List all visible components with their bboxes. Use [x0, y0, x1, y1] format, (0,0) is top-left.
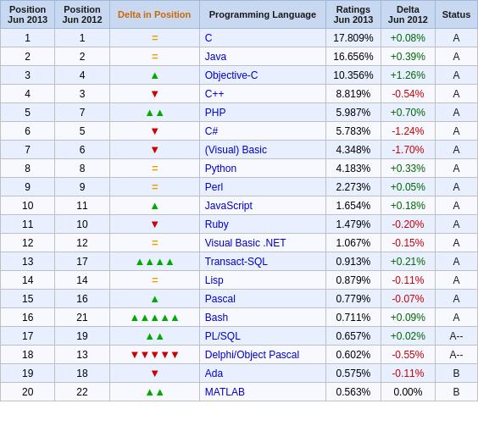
down-arrow-icon: ▼: [149, 143, 159, 156]
tiobe-table: PositionJun 2013PositionJun 2012Delta in…: [0, 0, 478, 401]
status: A: [436, 196, 478, 215]
status: A: [436, 290, 478, 308]
language-name: Python: [199, 159, 325, 178]
language-name: PHP: [199, 103, 325, 122]
delta-pos: ▲▲: [109, 383, 199, 401]
rating: 4.348%: [326, 141, 381, 159]
pos-2012: 3: [55, 85, 109, 103]
col-header-2: Delta in Position: [109, 1, 199, 29]
table-row: 1918▼Ada0.575%-0.11%B: [1, 364, 478, 383]
delta-rating: +0.05%: [381, 178, 435, 196]
language-name: Ruby: [199, 215, 325, 234]
pos-2013: 13: [1, 252, 55, 271]
table-row: 57▲▲PHP5.987%+0.70%A: [1, 103, 478, 122]
delta-pos: =: [109, 178, 199, 196]
delta-pos: ▲▲: [109, 103, 199, 122]
table-row: 1719▲▲PL/SQL0.657%+0.02%A--: [1, 327, 478, 346]
delta-pos: ▼: [109, 122, 199, 141]
delta-rating: -0.15%: [381, 234, 435, 252]
pos-2012: 14: [55, 271, 109, 290]
language-name: Delphi/Object Pascal: [199, 346, 325, 364]
pos-2012: 21: [55, 308, 109, 327]
status: A: [436, 66, 478, 85]
up-arrow-icon: ▲: [149, 292, 159, 305]
delta-pos: ▲: [109, 66, 199, 85]
delta-rating: -0.20%: [381, 215, 435, 234]
language-name: PL/SQL: [199, 327, 325, 346]
status: A: [436, 29, 478, 47]
rating: 10.356%: [326, 66, 381, 85]
pos-2013: 17: [1, 327, 55, 346]
status: A: [436, 141, 478, 159]
pos-2013: 8: [1, 159, 55, 178]
rating: 17.809%: [326, 29, 381, 47]
rating: 16.656%: [326, 47, 381, 66]
language-name: C++: [199, 85, 325, 103]
pos-2013: 5: [1, 103, 55, 122]
delta-rating: +0.02%: [381, 327, 435, 346]
delta-rating: -0.11%: [381, 364, 435, 383]
pos-2013: 10: [1, 196, 55, 215]
table-row: 1212=Visual Basic .NET1.067%-0.15%A: [1, 234, 478, 252]
language-name: Pascal: [199, 290, 325, 308]
pos-2012: 12: [55, 234, 109, 252]
rating: 0.563%: [326, 383, 381, 401]
language-name: Visual Basic .NET: [199, 234, 325, 252]
language-name: Ada: [199, 364, 325, 383]
rating: 8.819%: [326, 85, 381, 103]
delta-rating: -0.54%: [381, 85, 435, 103]
delta-rating: +0.39%: [381, 47, 435, 66]
pos-2012: 7: [55, 103, 109, 122]
pos-2013: 19: [1, 364, 55, 383]
pos-2012: 6: [55, 141, 109, 159]
delta-rating: 0.00%: [381, 383, 435, 401]
delta-rating: +0.08%: [381, 29, 435, 47]
pos-2012: 16: [55, 290, 109, 308]
status: A: [436, 252, 478, 271]
pos-2012: 19: [55, 327, 109, 346]
delta-pos: ▼: [109, 364, 199, 383]
table-row: 65▼C#5.783%-1.24%A: [1, 122, 478, 141]
table-row: 1414=Lisp0.879%-0.11%A: [1, 271, 478, 290]
table-row: 34▲Objective-C10.356%+1.26%A: [1, 66, 478, 85]
down-arrow-icon: ▼: [149, 124, 159, 137]
delta-pos: ▲▲▲▲▲: [109, 308, 199, 327]
language-name: JavaScript: [199, 196, 325, 215]
delta-pos: ▲▲▲▲: [109, 252, 199, 271]
rating: 0.602%: [326, 346, 381, 364]
pos-2013: 7: [1, 141, 55, 159]
delta-rating: -1.24%: [381, 122, 435, 141]
table-row: 22=Java16.656%+0.39%A: [1, 47, 478, 66]
table-row: 1011▲JavaScript1.654%+0.18%A: [1, 196, 478, 215]
table-row: 1516▲Pascal0.779%-0.07%A: [1, 290, 478, 308]
down-arrow-icon: ▼: [149, 87, 159, 100]
pos-2013: 2: [1, 47, 55, 66]
table-row: 1317▲▲▲▲Transact-SQL0.913%+0.21%A: [1, 252, 478, 271]
pos-2012: 18: [55, 364, 109, 383]
language-name: Lisp: [199, 271, 325, 290]
rating: 0.879%: [326, 271, 381, 290]
pos-2013: 4: [1, 85, 55, 103]
delta-rating: -0.11%: [381, 271, 435, 290]
rating: 0.575%: [326, 364, 381, 383]
status: A: [436, 47, 478, 66]
pos-2012: 22: [55, 383, 109, 401]
col-header-0: PositionJun 2013: [1, 1, 55, 29]
pos-2012: 2: [55, 47, 109, 66]
delta-pos: ▲: [109, 290, 199, 308]
delta-rating: -1.70%: [381, 141, 435, 159]
status: A: [436, 271, 478, 290]
up-arrow-icon: ▲▲: [144, 106, 164, 119]
up-arrow-icon: ▲: [149, 199, 159, 212]
pos-2013: 12: [1, 234, 55, 252]
delta-rating: -0.55%: [381, 346, 435, 364]
status: A--: [436, 346, 478, 364]
language-name: C#: [199, 122, 325, 141]
up-arrow-icon: ▲▲: [144, 329, 164, 342]
language-name: MATLAB: [199, 383, 325, 401]
table-row: 99=Perl2.273%+0.05%A: [1, 178, 478, 196]
delta-pos: ▼: [109, 85, 199, 103]
equal-icon: =: [152, 180, 158, 193]
pos-2012: 10: [55, 215, 109, 234]
delta-rating: +0.21%: [381, 252, 435, 271]
